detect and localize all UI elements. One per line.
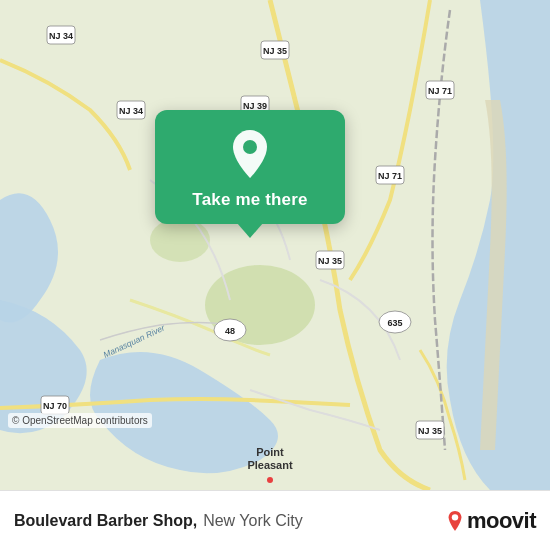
bottom-bar: Boulevard Barber Shop, New York City moo… [0,490,550,550]
svg-text:Point: Point [256,446,284,458]
svg-point-29 [243,140,257,154]
moovit-pin-icon [446,510,464,532]
svg-point-30 [452,514,458,520]
svg-text:NJ 35: NJ 35 [418,426,442,436]
svg-text:48: 48 [225,326,235,336]
svg-text:NJ 71: NJ 71 [378,171,402,181]
svg-text:NJ 71: NJ 71 [428,86,452,96]
svg-text:NJ 35: NJ 35 [318,256,342,266]
popup-label: Take me there [192,190,307,210]
moovit-logo: moovit [446,508,536,534]
svg-text:NJ 34: NJ 34 [49,31,73,41]
svg-point-28 [267,477,273,483]
moovit-text: moovit [467,508,536,534]
svg-text:635: 635 [387,318,402,328]
svg-text:Pleasant: Pleasant [247,459,293,471]
svg-text:NJ 34: NJ 34 [119,106,143,116]
map-attribution: © OpenStreetMap contributors [8,413,152,428]
business-name: Boulevard Barber Shop, [14,512,197,530]
business-location: New York City [203,512,303,530]
location-pin-icon [228,128,272,180]
svg-text:NJ 35: NJ 35 [263,46,287,56]
location-icon-wrap [224,128,276,180]
svg-point-2 [150,218,210,262]
popup-card[interactable]: Take me there [155,110,345,224]
svg-text:NJ 70: NJ 70 [43,401,67,411]
map-container: NJ 34 NJ 34 NJ 35 NJ 35 NJ 35 NJ 71 NJ 7… [0,0,550,490]
